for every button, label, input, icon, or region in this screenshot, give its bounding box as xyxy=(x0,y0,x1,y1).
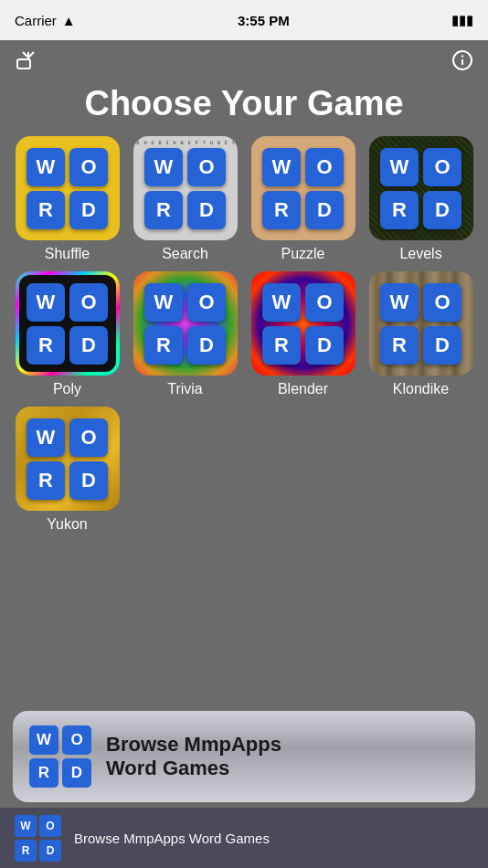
game-thumb-puzzle: WORD xyxy=(251,136,355,240)
game-label-poly: Poly xyxy=(53,381,81,397)
tile-d: D xyxy=(305,191,344,229)
tile-o: O xyxy=(69,283,108,322)
game-item-search[interactable]: WORD Search xyxy=(131,136,239,262)
battery-icon: ▮▮▮ xyxy=(451,12,473,28)
top-bar xyxy=(0,40,488,80)
tile-w: W xyxy=(262,148,301,186)
status-right: ▮▮▮ xyxy=(451,12,473,28)
game-thumb-shuffle: WORD xyxy=(16,136,120,240)
tile-r: R xyxy=(262,191,301,229)
tile-o: O xyxy=(305,148,344,186)
tile-w: W xyxy=(144,283,183,322)
tile-d: D xyxy=(423,191,461,229)
game-thumb-yukon: WORD xyxy=(16,407,120,511)
tile-o: O xyxy=(423,148,461,186)
tile-o: O xyxy=(305,283,344,322)
bottom-bar[interactable]: W O R D Browse MmpApps Word Games xyxy=(0,808,488,868)
game-label-puzzle: Puzzle xyxy=(281,246,324,262)
games-grid: WORD Shuffle WORD Search WORD Puzz xyxy=(0,136,488,533)
game-item-klondike[interactable]: WORD Klondike xyxy=(366,271,475,397)
tile-r: R xyxy=(27,326,65,365)
bottom-tile-d: D xyxy=(39,840,61,862)
tile-w: W xyxy=(380,283,419,322)
bottom-tile-r: R xyxy=(15,840,37,862)
page-title: Choose Your Game xyxy=(0,80,488,136)
browse-tile-r: R xyxy=(29,758,58,788)
time-label: 3:55 PM xyxy=(238,13,290,28)
bottom-tile-w: W xyxy=(15,815,37,837)
game-label-trivia: Trivia xyxy=(167,381,203,397)
game-item-puzzle[interactable]: WORD Puzzle xyxy=(249,136,357,262)
tile-o: O xyxy=(423,283,461,322)
tile-r: R xyxy=(144,326,183,365)
game-item-blender[interactable]: WORD Blender xyxy=(249,271,357,397)
browse-banner-button[interactable]: W O R D Browse MmpAppsWord Games xyxy=(13,711,475,802)
game-label-search: Search xyxy=(162,246,208,262)
tile-d: D xyxy=(187,191,226,229)
game-item-yukon[interactable]: WORD Yukon xyxy=(13,407,122,533)
tile-r: R xyxy=(27,191,65,229)
wifi-icon: ▲ xyxy=(62,13,76,28)
tile-r: R xyxy=(380,326,419,365)
game-thumb-klondike: WORD xyxy=(369,271,473,376)
tile-w: W xyxy=(27,283,65,322)
info-button[interactable] xyxy=(450,48,475,73)
tile-o: O xyxy=(69,418,108,457)
game-label-klondike: Klondike xyxy=(393,381,449,397)
bottom-bar-logo: W O R D xyxy=(15,815,61,862)
tile-o: O xyxy=(187,283,226,322)
tile-d: D xyxy=(69,326,108,365)
carrier-label: Carrier xyxy=(15,13,57,28)
browse-banner-logo: W O R D xyxy=(29,725,91,788)
game-label-yukon: Yukon xyxy=(47,516,87,533)
bottom-bar-text: Browse MmpApps Word Games xyxy=(74,831,270,846)
tile-o: O xyxy=(69,148,108,186)
tile-o: O xyxy=(187,148,226,186)
game-thumb-levels: WORD xyxy=(369,136,473,240)
game-item-levels[interactable]: WORD Levels xyxy=(366,136,475,262)
browse-tile-w: W xyxy=(29,725,58,755)
game-thumb-trivia: WORD xyxy=(133,271,238,376)
browse-tile-d: D xyxy=(62,758,91,788)
tile-w: W xyxy=(380,148,419,186)
game-label-blender: Blender xyxy=(278,381,328,397)
tile-d: D xyxy=(187,326,226,365)
game-item-trivia[interactable]: WORD Trivia xyxy=(131,271,239,397)
browse-tile-o: O xyxy=(62,725,91,755)
tile-r: R xyxy=(144,191,183,229)
game-label-shuffle: Shuffle xyxy=(45,246,90,262)
tile-w: W xyxy=(27,148,65,186)
tile-r: R xyxy=(380,191,419,229)
game-label-levels: Levels xyxy=(399,246,441,262)
svg-point-4 xyxy=(461,55,463,57)
share-button[interactable] xyxy=(13,48,38,73)
tile-w: W xyxy=(262,283,301,322)
game-item-poly[interactable]: WORD Poly xyxy=(13,271,122,397)
browse-banner-text: Browse MmpAppsWord Games xyxy=(106,733,281,781)
tile-d: D xyxy=(69,191,108,229)
bottom-tile-o: O xyxy=(39,815,61,837)
svg-rect-0 xyxy=(17,59,30,69)
game-thumb-poly: WORD xyxy=(16,271,120,376)
tile-d: D xyxy=(423,326,461,365)
status-bar: Carrier ▲ 3:55 PM ▮▮▮ xyxy=(0,0,488,40)
tile-w: W xyxy=(144,148,183,186)
tile-d: D xyxy=(305,326,344,365)
tile-r: R xyxy=(27,461,65,500)
tile-r: R xyxy=(262,326,301,365)
game-item-shuffle[interactable]: WORD Shuffle xyxy=(13,136,122,262)
tile-d: D xyxy=(69,461,108,500)
game-thumb-search: WORD xyxy=(133,136,238,240)
game-thumb-blender: WORD xyxy=(251,271,355,376)
browse-banner-section: W O R D Browse MmpAppsWord Games xyxy=(13,711,475,802)
status-left: Carrier ▲ xyxy=(15,13,76,28)
tile-w: W xyxy=(27,418,65,457)
